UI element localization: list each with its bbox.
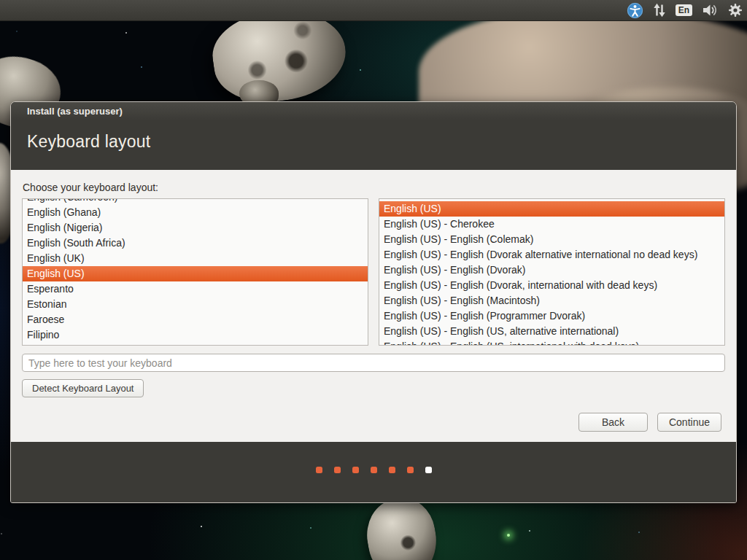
top-panel: En	[0, 0, 747, 21]
variant-option[interactable]: English (US) - English (US, alternative …	[379, 324, 724, 339]
variant-list[interactable]: English (US)English (US) - CherokeeEngli…	[379, 198, 725, 346]
progress-dot-current	[425, 467, 432, 473]
variant-option[interactable]: English (US) - English (Dvorak)	[379, 262, 724, 278]
layout-list[interactable]: English (Cameroon)English (Ghana)English…	[22, 198, 368, 346]
keyboard-lists: English (Cameroon)English (Ghana)English…	[22, 198, 725, 346]
progress-dots	[11, 442, 736, 473]
keyboard-arrows-icon[interactable]	[653, 0, 666, 20]
progress-dot-complete	[316, 467, 322, 473]
layout-option-selected[interactable]: English (US)	[23, 266, 368, 281]
installer-window: Install (as superuser) Keyboard layout C…	[10, 101, 737, 503]
detect-keyboard-button[interactable]: Detect Keyboard Layout	[22, 379, 144, 397]
progress-dot-complete	[371, 467, 377, 473]
page-content: Choose your keyboard layout: English (Ca…	[11, 170, 736, 442]
variant-option[interactable]: English (US) - English (Macintosh)	[379, 293, 724, 308]
volume-icon[interactable]	[702, 0, 719, 20]
layout-option[interactable]: Faroese	[23, 312, 368, 327]
variant-option[interactable]: English (US) - English (Dvorak alternati…	[379, 247, 724, 262]
progress-dot-complete	[389, 467, 395, 473]
layout-option[interactable]: English (South Africa)	[23, 236, 368, 251]
detect-row: Detect Keyboard Layout	[22, 372, 725, 397]
session-gear-icon[interactable]	[728, 0, 743, 20]
layout-option[interactable]: English (Ghana)	[23, 205, 368, 220]
star-glow	[507, 534, 510, 537]
star	[16, 31, 18, 32]
variant-option[interactable]: English (US) - Cherokee	[379, 217, 724, 232]
layout-option[interactable]: Estonian	[23, 297, 368, 312]
choose-keyboard-label: Choose your keyboard layout:	[23, 182, 725, 193]
page-title: Keyboard layout	[11, 120, 736, 152]
layout-option[interactable]: English (Nigeria)	[23, 220, 368, 236]
layout-option[interactable]: Finnish	[23, 343, 368, 346]
variant-option[interactable]: English (US) - English (Colemak)	[379, 232, 724, 247]
star	[125, 32, 127, 34]
variant-option[interactable]: English (US) - English (Programmer Dvora…	[379, 308, 724, 324]
layout-option[interactable]: English (UK)	[23, 251, 368, 266]
layout-option[interactable]: English (Cameroon)	[23, 198, 368, 205]
progress-footer	[11, 442, 736, 502]
star	[638, 532, 640, 533]
window-title: Install (as superuser)	[27, 106, 123, 117]
variant-list-items: English (US)English (US) - CherokeeEngli…	[379, 199, 724, 346]
system-tray: En	[627, 0, 743, 20]
continue-button[interactable]: Continue	[657, 413, 721, 432]
variant-option-selected[interactable]: English (US)	[379, 201, 724, 217]
star	[141, 66, 142, 68]
accessibility-icon[interactable]	[627, 0, 643, 20]
layout-list-items: English (Cameroon)English (Ghana)English…	[23, 198, 368, 346]
layout-option[interactable]: Esperanto	[23, 281, 368, 297]
progress-dot-complete	[334, 467, 341, 473]
layout-option[interactable]: Filipino	[23, 327, 368, 343]
star	[360, 69, 361, 71]
star	[310, 527, 311, 529]
star	[529, 530, 530, 532]
window-titlebar[interactable]: Install (as superuser)	[11, 102, 736, 120]
input-language-indicator[interactable]: En	[676, 0, 692, 20]
variant-option[interactable]: English (US) - English (Dvorak, internat…	[379, 278, 724, 293]
progress-dot-complete	[352, 467, 359, 473]
navigation-buttons: Back Continue	[22, 413, 725, 432]
page-header: Keyboard layout	[11, 120, 736, 170]
back-button[interactable]: Back	[578, 413, 648, 432]
progress-dot-complete	[407, 467, 414, 473]
variant-option[interactable]: English (US) - English (US, internationa…	[379, 339, 724, 346]
keyboard-test-input[interactable]	[22, 354, 725, 372]
language-label: En	[676, 4, 692, 16]
star	[201, 526, 202, 527]
star	[1, 533, 2, 534]
